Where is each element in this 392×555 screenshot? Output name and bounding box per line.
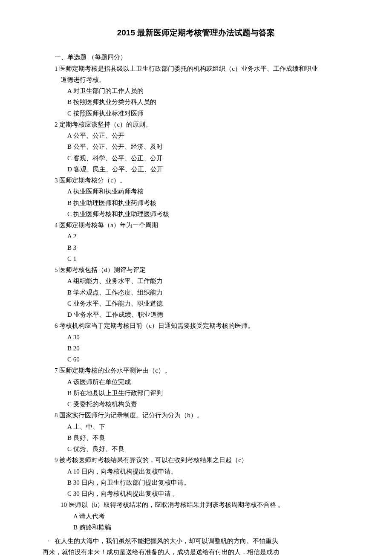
footer-line2: 再来，就怕没有未来！成功是送给有准备的人，成功是送给有付出的人，相信是成功 <box>43 549 279 555</box>
q1-option-b: B 按照医师执业分类分科人员的 <box>67 96 349 107</box>
q4-option-c: C 1 <box>67 253 349 264</box>
q8-option-c: C 优秀、良好、不良 <box>67 443 349 454</box>
q3-option-c: C 执业医师考核和执业助理医师考核 <box>67 208 349 220</box>
q3-option-b: B 执业助理医师和执业药师考核 <box>67 197 349 208</box>
q2-option-c: C 客观、科学、公平、公正、公开 <box>67 153 349 164</box>
section-header: 一、单选题 （每题四分） <box>55 52 349 63</box>
q8-option-a: A 上、中、下 <box>67 421 349 432</box>
q7-stem: 7 医师定期考核的业务水平测评由（c）。 <box>55 365 349 376</box>
q1-stem-cont: 道德进行考核。 <box>61 74 349 85</box>
q4-stem: 4 医师定期考核每（a）年为一个周期 <box>55 220 349 231</box>
footer-line1: 在人生的大海中，我们虽然不能把握风的大小，却可以调整帆的方向。不怕重头 <box>55 538 278 544</box>
q5-option-c: C 业务水平、工作能力、职业道德 <box>67 298 349 309</box>
footer-text: ·在人生的大海中，我们虽然不能把握风的大小，却可以调整帆的方向。不怕重头 再来，… <box>43 535 349 555</box>
q1-option-a: A 对卫生部门的工作人员的 <box>67 85 349 96</box>
q7-option-b: B 所在地县以上卫生行政部门评判 <box>67 387 349 399</box>
q9-option-a: A 10 日内，向考核机构提出复核申请。 <box>67 466 349 477</box>
q3-stem: 3 医师定期考核分（c）。 <box>55 175 349 186</box>
q4-option-a: A 2 <box>67 231 349 242</box>
q8-stem: 8 国家实行医师行为记录制度。记分行为分为（b）。 <box>55 410 349 421</box>
q2-option-d: D 客观、民主、公平、公正、公开 <box>67 164 349 175</box>
q1-option-c: C 按照医师执业标准对医师 <box>67 108 349 119</box>
q6-option-c: C 60 <box>67 354 349 365</box>
q7-option-a: A 该医师所在单位完成 <box>67 376 349 387</box>
q10-stem: 10 医师以（b）取得考核结果的，应取消考核结果并判该考核周期考核不合格 。 <box>61 499 349 510</box>
q8-option-b: B 良好、不良 <box>67 432 349 443</box>
q5-option-b: B 学术观点、工作态度、组织能力 <box>67 287 349 298</box>
q5-stem: 5 医师考核包括（d）测评与评定 <box>55 264 349 275</box>
q9-option-b: B 30 日内，向卫生行政部门提出复核申请。 <box>67 477 349 488</box>
q1-stem: 1 医师定期考核是指县级以上卫生行政部门委托的机构或组织（c）业务水平、工作成绩… <box>55 63 349 74</box>
q10-option-a: A 请人代考 <box>73 511 349 522</box>
q7-option-c: C 受委托的考核机构负责 <box>67 399 349 410</box>
q5-option-a: A 组织能力、业务水平、工作能力 <box>67 275 349 286</box>
document-title: 2015 最新医师定期考核管理办法试题与答案 <box>43 26 349 40</box>
q6-option-a: A 30 <box>67 332 349 343</box>
q4-option-b: B 3 <box>67 242 349 253</box>
q6-option-b: B 20 <box>67 343 349 354</box>
q2-stem: 2 定期考核应该坚持（c）的原则。 <box>55 119 349 130</box>
q10-option-b: B 贿赂和欺骗 <box>73 522 349 533</box>
q9-stem: 9 被考核医师对考核结果有异议的，可以在收到考核结果之日起（c） <box>55 454 349 465</box>
q5-option-d: D 业务水平、工作成绩、职业道德 <box>67 309 349 320</box>
q3-option-a: A 执业医师和执业药师考核 <box>67 186 349 197</box>
q6-stem: 6 考核机构应当于定期考核日前（c）日通知需要接受定期考核的医师。 <box>55 320 349 331</box>
q2-option-a: A 公平、公正、公开 <box>67 130 349 141</box>
q9-option-c: C 30 日内，向考核机构提出复核申请 。 <box>67 488 349 499</box>
bullet-icon: · <box>43 535 55 546</box>
q2-option-b: B 公平、公正、公开、经济、及时 <box>67 141 349 152</box>
